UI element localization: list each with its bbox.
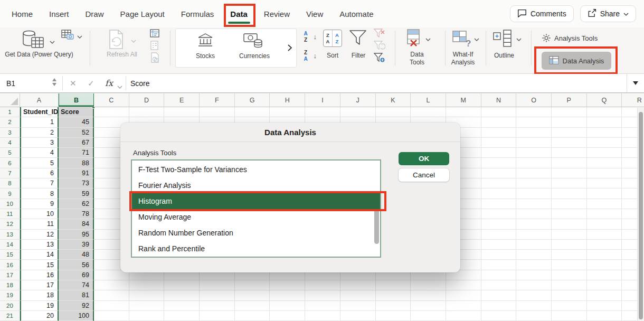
column-header-J[interactable]: J (340, 93, 376, 107)
cell-empty[interactable] (552, 240, 587, 250)
cell-empty[interactable] (235, 301, 270, 311)
cell-empty[interactable] (340, 311, 376, 321)
tool-option-random-number-generation[interactable]: Random Number Generation (132, 225, 380, 241)
cell-B2[interactable]: 45 (59, 117, 94, 127)
column-header-H[interactable]: H (270, 93, 305, 107)
cell-empty[interactable] (481, 138, 517, 148)
row-header-11[interactable]: 11 (0, 209, 20, 219)
vertical-scrollbar[interactable] (637, 108, 644, 321)
cell-empty[interactable] (94, 107, 129, 117)
cell-A8[interactable]: 7 (20, 178, 59, 188)
cell-empty[interactable] (587, 230, 622, 240)
cell-empty[interactable] (587, 250, 622, 260)
data-tools-icon[interactable] (405, 29, 422, 50)
fx-chevron-icon[interactable] (117, 82, 122, 91)
tool-option-rank-and-percentile[interactable]: Rank and Percentile (132, 241, 380, 257)
outline-icon[interactable] (493, 30, 513, 49)
cell-empty[interactable] (552, 290, 587, 300)
cell-B16[interactable]: 56 (59, 260, 94, 270)
cell-empty[interactable] (552, 178, 587, 188)
cell-empty[interactable] (587, 178, 622, 188)
cell-empty[interactable] (411, 290, 446, 300)
cell-B10[interactable]: 62 (59, 199, 94, 209)
ok-button[interactable]: OK (399, 152, 449, 165)
selection-fill-handle[interactable] (92, 107, 95, 109)
cell-empty[interactable] (481, 260, 517, 270)
cell-empty[interactable] (552, 260, 587, 270)
cell-B4[interactable]: 67 (59, 138, 94, 148)
cell-empty[interactable] (552, 209, 587, 219)
get-data-icon[interactable] (21, 30, 46, 53)
cell-empty[interactable] (481, 219, 517, 229)
cell-empty[interactable] (516, 209, 552, 219)
cell-empty[interactable] (481, 301, 517, 311)
tab-automate[interactable]: Automate (339, 10, 373, 18)
share-button[interactable]: Share (581, 6, 636, 22)
cell-A14[interactable]: 13 (20, 240, 59, 250)
cell-empty[interactable] (516, 188, 552, 199)
cell-empty[interactable] (552, 270, 587, 280)
cell-A5[interactable]: 4 (20, 148, 59, 158)
cell-B9[interactable]: 59 (59, 188, 94, 199)
column-header-P[interactable]: P (552, 93, 587, 107)
cell-empty[interactable] (164, 107, 200, 117)
outline-chevron-icon[interactable] (516, 34, 522, 44)
cell-A19[interactable]: 18 (20, 290, 59, 300)
cell-B12[interactable]: 84 (59, 219, 94, 229)
tool-option-f-test-two-sample-for-variances[interactable]: F-Test Two-Sample for Variances (132, 162, 380, 177)
cell-empty[interactable] (411, 107, 446, 117)
cell-empty[interactable] (587, 148, 622, 158)
row-header-8[interactable]: 8 (0, 178, 20, 188)
cell-B20[interactable]: 92 (59, 301, 94, 311)
cell-empty[interactable] (516, 117, 552, 127)
cell-empty[interactable] (305, 311, 340, 321)
row-header-19[interactable]: 19 (0, 290, 20, 300)
row-header-13[interactable]: 13 (0, 230, 20, 240)
row-header-16[interactable]: 16 (0, 260, 20, 270)
cell-empty[interactable] (270, 290, 305, 300)
cell-B21[interactable]: 100 (59, 311, 94, 321)
cell-empty[interactable] (481, 168, 517, 178)
cell-empty[interactable] (164, 290, 200, 300)
cell-empty[interactable] (552, 301, 587, 311)
confirm-entry-icon[interactable]: ✓ (88, 74, 94, 92)
cell-B15[interactable]: 48 (59, 250, 94, 260)
cell-B13[interactable]: 95 (59, 230, 94, 240)
cell-empty[interactable] (411, 301, 446, 311)
cell-A16[interactable]: 15 (20, 260, 59, 270)
cell-empty[interactable] (552, 188, 587, 199)
data-tools-label[interactable]: Data Tools (402, 51, 432, 67)
cell-empty[interactable] (552, 199, 587, 209)
cancel-entry-icon[interactable]: ✕ (70, 74, 77, 92)
cell-empty[interactable] (446, 290, 481, 300)
column-header-D[interactable]: D (129, 93, 165, 107)
row-header-20[interactable]: 20 (0, 301, 20, 311)
row-header-1[interactable]: 1 (0, 107, 20, 117)
cell-empty[interactable] (587, 168, 622, 178)
data-tools-chevron-icon[interactable] (425, 34, 431, 44)
row-header-10[interactable]: 10 (0, 199, 20, 209)
cell-A17[interactable]: 16 (20, 270, 59, 280)
row-header-7[interactable]: 7 (0, 168, 20, 178)
cell-empty[interactable] (235, 280, 270, 290)
connection-properties-icon[interactable] (150, 29, 160, 41)
cell-B19[interactable]: 81 (59, 290, 94, 300)
tab-review[interactable]: Review (264, 10, 290, 18)
cell-empty[interactable] (587, 240, 622, 250)
cell-A12[interactable]: 11 (20, 219, 59, 229)
cell-A15[interactable]: 14 (20, 250, 59, 260)
cell-empty[interactable] (552, 280, 587, 290)
cell-empty[interactable] (164, 301, 200, 311)
sort-ascending-icon[interactable]: AZ↓ (302, 31, 317, 46)
cell-empty[interactable] (552, 128, 587, 138)
cell-empty[interactable] (481, 199, 517, 209)
cell-empty[interactable] (270, 280, 305, 290)
cell-B8[interactable]: 73 (59, 178, 94, 188)
cell-empty[interactable] (376, 280, 411, 290)
cell-A10[interactable]: 9 (20, 199, 59, 209)
cell-empty[interactable] (481, 178, 517, 188)
cell-empty[interactable] (481, 270, 517, 280)
cell-empty[interactable] (305, 107, 340, 117)
cell-empty[interactable] (552, 168, 587, 178)
cell-empty[interactable] (516, 290, 552, 300)
